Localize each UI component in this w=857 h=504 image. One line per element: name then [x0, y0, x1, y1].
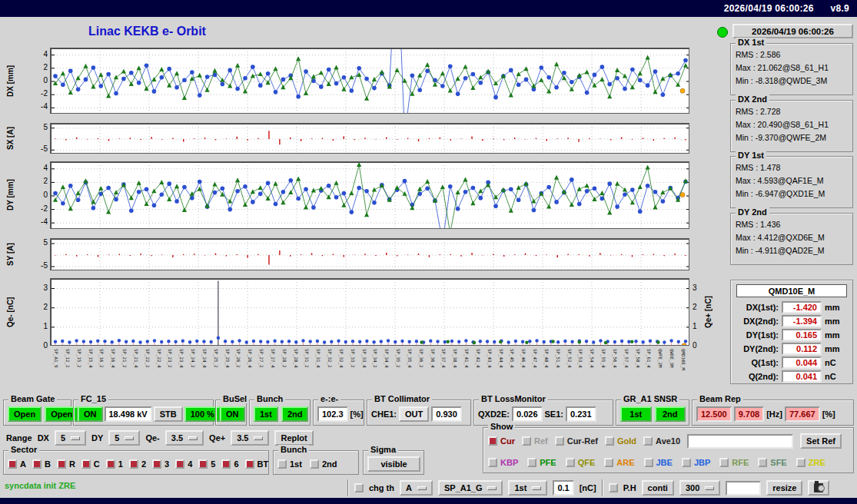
sector-toggle-3[interactable]: 3	[152, 459, 169, 469]
y-tick-label: -4	[28, 217, 48, 226]
svg-text:SP_52_4: SP_52_4	[566, 349, 572, 368]
resize-button[interactable]: resize	[766, 480, 802, 496]
qmd-row-unit: nC	[825, 358, 836, 367]
range-qep-select[interactable]: 3.5	[231, 430, 269, 446]
checkbox-indicator	[488, 458, 497, 467]
screenshot-button[interactable]	[808, 480, 829, 496]
sector-toggle-b[interactable]: B	[32, 459, 51, 469]
sector-toggle-4[interactable]: 4	[175, 459, 192, 469]
svg-text:SP_24_2: SP_24_2	[190, 349, 195, 367]
qmd-row-label: DX(1st):	[732, 303, 779, 312]
range-row: Range DX 5 DY 5 Qe- 3.5 Qe+ 3.5 Replot	[6, 429, 314, 447]
checkbox-indicator	[758, 458, 767, 467]
separator	[347, 479, 349, 496]
toggle-label: JBP	[694, 458, 710, 467]
svg-text:SP_48_4: SP_48_4	[543, 349, 549, 368]
show-toggle-jbe[interactable]: JBE	[644, 458, 673, 467]
svg-text:SP_38_4: SP_38_4	[452, 349, 457, 368]
stats-panel-body: RMS : 2.728Max : 20.490@S8_61_H1Min : -9…	[731, 101, 852, 144]
show-toggle-zre[interactable]: ZRE	[796, 458, 825, 467]
dy-orbit-plot[interactable]	[50, 161, 689, 229]
stats-line: Max : 20.490@S8_61_H1	[731, 118, 852, 131]
gr-snsr-1st-button[interactable]: 1st	[620, 406, 652, 422]
y-tick-label: 0	[28, 191, 48, 199]
show-toggle-pfe[interactable]: PFE	[527, 458, 556, 467]
sector-toggle-a[interactable]: A	[8, 459, 26, 469]
sector-toggle-c[interactable]: C	[81, 459, 100, 469]
show-toggle-ref[interactable]: Ref	[522, 436, 548, 446]
y-tick-label: 2	[28, 303, 48, 311]
sector-toggle-bt[interactable]: BT	[245, 459, 269, 469]
bunch-2nd-button[interactable]: 2nd	[281, 406, 309, 422]
stats-panel-dy-2nd: DY 2ndRMS : 1.436Max : 4.412@QXD6E_MMin …	[730, 213, 853, 265]
sector-select[interactable]: A	[400, 480, 433, 496]
sector-toggle-5[interactable]: 5	[198, 459, 215, 469]
stats-panel-title: DY 2nd	[736, 207, 769, 217]
stats-panel-body: RMS : 1.478Max : 4.593@QAF1E_MMin : -6.9…	[731, 157, 852, 201]
qmd-row-label: DY(2nd):	[732, 344, 779, 353]
qmd-row-unit: mm	[825, 344, 840, 353]
set-ref-input[interactable]	[687, 434, 793, 449]
show-toggle-kbp[interactable]: KBP	[488, 458, 518, 467]
bunch-toggle-2nd[interactable]: 2nd	[310, 459, 337, 469]
conti-button[interactable]: conti	[642, 480, 674, 496]
svg-text:SP_53_4: SP_53_4	[577, 349, 583, 368]
show-toggle-cur-ref[interactable]: Cur-Ref	[555, 436, 598, 446]
show-toggle-qfe[interactable]: QFE	[566, 458, 596, 467]
titlebar-datetime: 2026/04/19 06:00:26	[724, 3, 814, 14]
stats-line: Min : -6.947@QXD1E_M	[731, 187, 852, 201]
sigma-visible-button[interactable]: visible	[367, 456, 420, 472]
sector-toggle-2[interactable]: 2	[129, 459, 146, 469]
show-row1: CurRefCur-RefGoldAve10 Set Ref	[488, 432, 850, 450]
range-qem-select[interactable]: 3.5	[165, 430, 204, 446]
charge-plot[interactable]	[50, 278, 689, 346]
svg-text:SP_26_4: SP_26_4	[247, 349, 252, 368]
ph-checkbox[interactable]	[609, 483, 618, 492]
replot-button[interactable]: Replot	[274, 430, 313, 446]
interval-input[interactable]	[726, 481, 761, 496]
sy-steering-plot[interactable]	[50, 238, 689, 270]
beam-rep-label: Beam Rep	[697, 394, 743, 403]
fc15-stb-button[interactable]: STB	[154, 406, 183, 422]
show-toggle-sfe[interactable]: SFE	[758, 458, 786, 467]
sector-toggle-r[interactable]: R	[57, 459, 75, 469]
busel-on-button[interactable]: ON	[220, 406, 245, 422]
dx-orbit-plot[interactable]	[50, 48, 689, 114]
bunch-toggle-1st[interactable]: 1st	[277, 459, 302, 469]
stats-line: RMS : 1.478	[731, 161, 852, 174]
sector-toggle-1[interactable]: 1	[106, 459, 123, 469]
show-toggle-gold[interactable]: Gold	[605, 436, 636, 446]
qmd-rows: DX(1st):-1.420mmDX(2nd):-1.394mmDY(1st):…	[731, 300, 852, 383]
show-toggle-are[interactable]: ARE	[604, 458, 634, 467]
bunch-select[interactable]: 1st	[508, 480, 547, 496]
titlebar-version: v8.9	[830, 3, 849, 14]
range-dy-select[interactable]: 5	[108, 430, 140, 446]
sy-steering-plot-ylabel: SY [A]	[5, 238, 15, 270]
range-dx-select[interactable]: 5	[55, 430, 86, 446]
bt-collimator-label: BT Collimator	[372, 394, 432, 403]
bunch-1st-button[interactable]: 1st	[254, 406, 278, 422]
monitor-select[interactable]: SP_A1_G	[438, 480, 503, 496]
ee-ratio-value: 102.3	[317, 406, 348, 422]
chg-th-checkbox[interactable]	[354, 483, 364, 492]
beam-gate-open1-button[interactable]: Open	[8, 406, 42, 422]
dy-orbit-plot-ylabel: DY [mm]	[5, 161, 15, 229]
show-toggle-jbp[interactable]: JBP	[682, 458, 710, 467]
set-ref-button[interactable]: Set Ref	[800, 433, 842, 449]
qmd-row: DY(2nd):0.112mm	[731, 342, 852, 356]
show-toggle-ave10[interactable]: Ave10	[643, 436, 680, 446]
che1-state-button[interactable]: OUT	[399, 406, 429, 422]
sx-steering-plot[interactable]	[50, 123, 689, 154]
qmd-row-label: Q(1st):	[732, 358, 779, 367]
option-menu-indicator	[417, 486, 427, 490]
y-tick-label: -2	[28, 89, 48, 98]
show-toggle-cur[interactable]: Cur	[488, 436, 515, 446]
gr-snsr-2nd-button[interactable]: 2nd	[655, 406, 686, 422]
interval-select[interactable]: 300	[679, 480, 720, 496]
toggle-label: PFE	[540, 458, 556, 467]
fc15-on-button[interactable]: ON	[78, 406, 103, 422]
show-toggle-rfe[interactable]: RFE	[719, 458, 749, 467]
sector-toggle-6[interactable]: 6	[221, 459, 238, 469]
stats-panel-dx-2nd: DX 2ndRMS : 2.728Max : 20.490@S8_61_H1Mi…	[730, 100, 853, 152]
sector-label: Sector	[8, 445, 39, 454]
